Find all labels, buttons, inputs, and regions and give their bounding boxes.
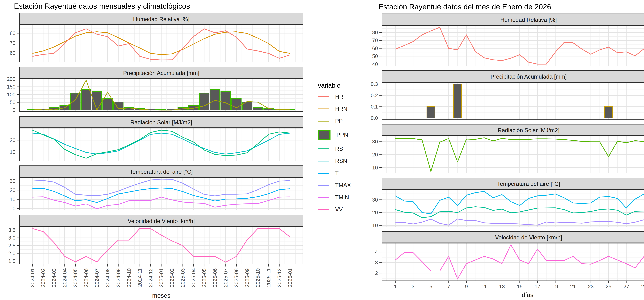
y-tick-label: 3.5 bbox=[8, 227, 16, 233]
x-tick-label: 9 bbox=[465, 284, 468, 289]
x-tick-label: 2024-11 bbox=[137, 268, 142, 287]
legend-item-TMAX: TMAX bbox=[318, 182, 363, 188]
facet-strip-title: Precipitación Acumulada [mm] bbox=[123, 70, 200, 76]
y-tick-label: 70 bbox=[10, 40, 16, 46]
y-tick-label: 30 bbox=[372, 139, 378, 144]
x-tick-label: 3 bbox=[412, 284, 414, 289]
y-tick-label: 2.0 bbox=[8, 250, 16, 256]
facet-strip-title: Temperatura del aire [°C] bbox=[497, 181, 560, 187]
x-tick-label: 2025-04 bbox=[190, 268, 196, 287]
x-tick-label: 2025-06 bbox=[212, 268, 218, 287]
y-tick-label: 1.5 bbox=[8, 258, 16, 264]
y-tick-label: 2.5 bbox=[8, 243, 16, 248]
facet-0: Humedad Relativa [%]607080 bbox=[2, 13, 306, 62]
bar-PPN bbox=[103, 99, 112, 110]
x-tick-label: 15 bbox=[517, 284, 523, 289]
x-axis-svg: 2024-012024-022024-032024-042024-052024-… bbox=[2, 264, 306, 291]
x-tick-label: 7 bbox=[447, 284, 450, 289]
y-tick-label: 80 bbox=[372, 30, 378, 35]
x-tick-label: 2024-01 bbox=[30, 268, 35, 287]
facet-strip-title: Humedad Relativa [%] bbox=[133, 16, 190, 22]
y-tick-label: 50 bbox=[372, 53, 378, 59]
legend-key-line-icon bbox=[318, 161, 329, 161]
facets-right: Humedad Relativa [%]4050607080Precipitac… bbox=[366, 14, 644, 281]
y-tick-label: 3.0 bbox=[8, 235, 16, 241]
legend-item-PP: PP bbox=[318, 118, 363, 124]
y-tick-label: 30 bbox=[372, 197, 378, 203]
legend-items-left: HRHRNPPPPNRSRSNTTMAXTMINVV bbox=[318, 94, 363, 218]
facet-strip-title: Radiación Solar [MJ/m2] bbox=[130, 119, 192, 126]
x-axis-right: 135791113151719212325272931 bbox=[366, 281, 644, 291]
y-tick-label: 3 bbox=[375, 260, 378, 265]
x-tick-label: 2024-04 bbox=[62, 268, 68, 287]
legend-key-line-icon bbox=[318, 109, 329, 109]
facet-3: Temperatura del aire [°C]0102030 bbox=[2, 165, 306, 210]
page: { "chart_data": [ { "type": "line+bar fa… bbox=[0, 0, 644, 300]
facet-strip-title: Humedad Relativa [%] bbox=[500, 17, 557, 23]
x-tick-label: 2025-10 bbox=[255, 268, 261, 287]
bar-PPN bbox=[221, 92, 230, 110]
x-tick-label: 29 bbox=[641, 284, 644, 289]
x-tick-label: 2025-11 bbox=[266, 268, 272, 287]
x-tick-label: 2024-03 bbox=[51, 268, 57, 287]
legend-label: RSN bbox=[335, 158, 347, 164]
facet-0: Humedad Relativa [%]4050607080 bbox=[366, 14, 644, 66]
legend-item-TMIN: TMIN bbox=[318, 194, 363, 200]
y-tick-label: 0.1 bbox=[371, 104, 378, 110]
facet-2: Radiación Solar [MJ/m2]102030 bbox=[366, 124, 644, 173]
y-tick-label: 0.3 bbox=[371, 81, 378, 87]
legend-key-bar-icon bbox=[318, 130, 330, 140]
y-tick-label: 200 bbox=[7, 76, 16, 82]
bar-PPN bbox=[200, 93, 209, 110]
bar-PPN bbox=[232, 99, 241, 110]
x-axis-left: 2024-012024-022024-032024-042024-052024-… bbox=[2, 264, 313, 291]
x-tick-label: 27 bbox=[624, 284, 629, 289]
legend-key-line-icon bbox=[318, 96, 329, 97]
x-tick-label: 2024-02 bbox=[40, 268, 46, 287]
y-tick-label: 50 bbox=[10, 100, 16, 105]
x-tick-label: 2026-01 bbox=[287, 268, 293, 287]
legend-label: HR bbox=[335, 94, 344, 100]
x-tick-label: 5 bbox=[430, 284, 432, 289]
y-tick-label: 10 bbox=[372, 165, 378, 170]
facet-1: Precipitación Acumulada [mm]050100150200 bbox=[2, 67, 306, 112]
legend-label: TMIN bbox=[335, 194, 349, 200]
legend-label: RS bbox=[335, 146, 343, 152]
y-tick-label: 0 bbox=[12, 206, 16, 210]
facet-strip-title: Velocidad de Viento [km/h] bbox=[128, 218, 195, 224]
bar-PP bbox=[454, 84, 462, 118]
bar-PP bbox=[604, 107, 612, 118]
facet-3: Temperatura del aire [°C]102030 bbox=[366, 177, 644, 227]
legend-key-line-icon bbox=[318, 209, 329, 210]
legend-item-PPN: PPN bbox=[318, 130, 363, 140]
y-tick-label: 2 bbox=[375, 270, 378, 276]
x-tick-label: 13 bbox=[499, 284, 505, 289]
y-tick-label: 10 bbox=[10, 196, 16, 202]
y-tick-label: 70 bbox=[372, 38, 378, 43]
x-axis-svg: 135791113151719212325272931 bbox=[366, 281, 644, 291]
facets-left: Humedad Relativa [%]607080Precipitación … bbox=[2, 13, 313, 264]
x-tick-label: 2025-09 bbox=[244, 268, 250, 287]
y-tick-label: 0 bbox=[12, 107, 16, 112]
x-tick-label: 2025-07 bbox=[223, 268, 228, 287]
y-tick-label: 20 bbox=[372, 210, 378, 215]
x-tick-label: 2024-06 bbox=[83, 268, 89, 287]
legend-label: T bbox=[335, 170, 338, 176]
legend-item-HRN: HRN bbox=[318, 106, 363, 112]
x-tick-label: 2025-05 bbox=[201, 268, 207, 287]
x-tick-label: 1 bbox=[394, 284, 397, 289]
january-2026-chart: Estación Rayentué datos del mes de Enero… bbox=[366, 0, 644, 300]
legend-key-line-icon bbox=[318, 197, 329, 198]
y-tick-label: 150 bbox=[7, 84, 16, 90]
bar-PPN bbox=[70, 93, 80, 110]
y-tick-label: 20 bbox=[372, 152, 378, 157]
legend-item-RS: RS bbox=[318, 146, 363, 152]
y-tick-label: 30 bbox=[10, 178, 16, 184]
x-tick-label: 25 bbox=[606, 284, 612, 289]
bar-PPN bbox=[210, 90, 220, 110]
x-tick-label: 19 bbox=[552, 284, 558, 289]
x-tick-label: 2025-02 bbox=[169, 268, 175, 287]
bar-PPN bbox=[81, 90, 91, 110]
x-tick-label: 23 bbox=[588, 284, 594, 289]
facet-strip-title: Radiación Solar [MJ/m2] bbox=[498, 127, 560, 133]
